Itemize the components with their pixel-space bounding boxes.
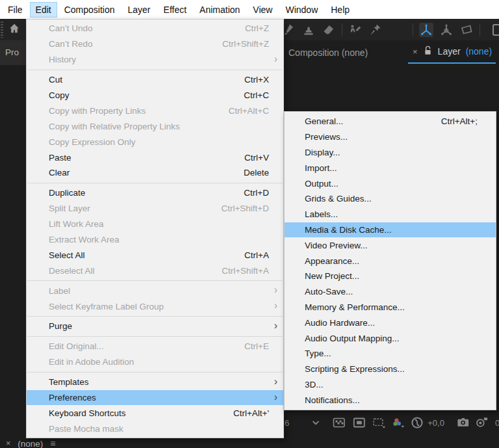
- menu-item-label: Display...: [305, 148, 340, 157]
- menu-item-memory-performance[interactable]: Memory & Performance...: [285, 300, 496, 315]
- chevron-down-icon[interactable]: [309, 415, 323, 430]
- viewer-bottom-bar: 6+0,00:00: [285, 413, 499, 432]
- menu-item-grids-guides[interactable]: Grids & Guides...: [285, 191, 496, 207]
- menu-item-3d[interactable]: 3D...: [285, 377, 496, 393]
- 3d-gizmo-rotate-icon[interactable]: [439, 23, 454, 37]
- choose-grid-guides-icon[interactable]: [372, 415, 387, 430]
- puppet-pin-icon[interactable]: [368, 23, 383, 37]
- menu-item-shortcut: Ctrl+V: [244, 153, 269, 163]
- menu-item-output[interactable]: Output...: [285, 176, 496, 191]
- menu-item-general[interactable]: General...Ctrl+Alt+;: [285, 114, 496, 129]
- menubar-item-layer[interactable]: Layer: [122, 2, 157, 18]
- menu-item-label: Select Keyframe Label Group: [49, 302, 164, 311]
- menu-item-split-layer: Split LayerCtrl+Shift+D: [27, 201, 283, 217]
- menu-item-label: Copy with Relative Property Links: [49, 122, 180, 131]
- menu-item-templates[interactable]: Templates›: [27, 375, 283, 390]
- menu-item-video-preview[interactable]: Video Preview...: [285, 237, 496, 253]
- tab-layer[interactable]: × Layer (none): [408, 40, 496, 64]
- menu-item-copy[interactable]: CopyCtrl+C: [27, 88, 283, 103]
- zoom-level-partial[interactable]: 6: [285, 418, 289, 428]
- tab-timeline[interactable]: × (none) ≡: [0, 437, 56, 448]
- menu-item-appearance[interactable]: Appearance...: [285, 253, 496, 269]
- menu-item-audio-hardware[interactable]: Audio Hardware...: [285, 315, 496, 330]
- menubar-item-file[interactable]: File: [2, 2, 29, 18]
- menu-item-label: Select All: [49, 250, 85, 260]
- menu-item-copy-with-relative-property-links: Copy with Relative Property Links: [27, 118, 283, 134]
- menu-item-display[interactable]: Display...: [285, 145, 496, 161]
- 3d-gizmo-scale-icon[interactable]: [459, 23, 474, 37]
- panel-menu-icon[interactable]: ≡: [50, 438, 55, 448]
- menu-item-shortcut: Ctrl+Alt+': [233, 408, 269, 418]
- toolbar-icons: [281, 19, 480, 40]
- menu-item-extract-work-area: Extract Work Area: [27, 232, 283, 248]
- 3d-gizmo-universal-icon[interactable]: [419, 23, 433, 37]
- menubar-item-help[interactable]: Help: [325, 2, 355, 18]
- roto-brush-icon[interactable]: [348, 23, 363, 37]
- menu-item-new-project[interactable]: New Project...: [285, 269, 496, 284]
- menu-item-label: Notifications...: [305, 395, 360, 405]
- home-button[interactable]: [5, 21, 24, 38]
- layer-tab-value: (none): [466, 46, 492, 57]
- show-snapshot-icon[interactable]: [474, 415, 489, 430]
- exposure-value[interactable]: +0,0: [428, 418, 444, 428]
- lock-open-icon[interactable]: [423, 45, 433, 58]
- tab-composition[interactable]: Composition (none): [288, 40, 368, 65]
- close-icon[interactable]: ×: [413, 47, 418, 57]
- submenu-arrow-icon: ›: [274, 391, 277, 403]
- menu-item-labels[interactable]: Labels...: [285, 207, 496, 222]
- menu-separator: [27, 183, 283, 183]
- menu-item-preferences[interactable]: Preferences›: [27, 390, 283, 406]
- menu-item-paste[interactable]: PasteCtrl+V: [27, 150, 283, 165]
- menu-item-copy-with-property-links: Copy with Property LinksCtrl+Alt+C: [27, 103, 283, 118]
- toolbar-grip-handle[interactable]: [1, 21, 3, 38]
- menu-item-notifications[interactable]: Notifications...: [285, 392, 496, 408]
- menu-item-scripting-expressions[interactable]: Scripting & Expressions...: [285, 362, 496, 377]
- timecode[interactable]: 0:00: [495, 418, 499, 428]
- clone-stamp-icon[interactable]: [301, 23, 316, 37]
- toolbar-separator: [480, 23, 480, 36]
- transparency-grid-icon[interactable]: [332, 415, 346, 430]
- adjust-exposure-shutter-icon[interactable]: [410, 415, 424, 430]
- menu-item-auto-save[interactable]: Auto-Save...: [285, 284, 496, 300]
- toolbar-separator: [413, 23, 413, 36]
- menu-item-duplicate[interactable]: DuplicateCtrl+D: [27, 185, 283, 201]
- menu-item-label: Templates: [49, 377, 89, 387]
- menu-item-label: Audio Hardware...: [305, 318, 375, 328]
- menubar-item-composition[interactable]: Composition: [58, 2, 121, 18]
- menu-item-clear[interactable]: ClearDelete: [27, 165, 283, 181]
- menu-item-label: Deselect All: [49, 266, 95, 276]
- menu-item-select-all[interactable]: Select AllCtrl+A: [27, 247, 283, 263]
- menu-item-previews[interactable]: Previews...: [285, 129, 496, 145]
- menu-item-label: Split Layer: [49, 204, 90, 213]
- eraser-icon[interactable]: [322, 23, 336, 37]
- menubar-item-edit[interactable]: Edit: [30, 2, 57, 18]
- menu-item-select-keyframe-label-group: Select Keyframe Label Group›: [27, 298, 283, 314]
- region-of-interest-icon[interactable]: [352, 415, 366, 430]
- tab-project-partial[interactable]: Pro: [0, 40, 26, 65]
- menu-item-media-disk-cache[interactable]: Media & Disk Cache...: [285, 222, 496, 238]
- viewer-layout-icon: [492, 23, 499, 40]
- menu-item-import[interactable]: Import...: [285, 160, 496, 176]
- menu-item-label: Type...: [305, 349, 331, 358]
- menubar-item-window[interactable]: Window: [279, 2, 324, 18]
- show-channel-icon[interactable]: [391, 415, 405, 430]
- menu-item-shortcut: Ctrl+Shift+Z: [222, 39, 269, 49]
- menu-item-label: Can’t Undo: [49, 23, 93, 33]
- menu-item-audio-output-mapping[interactable]: Audio Output Mapping...: [285, 330, 496, 346]
- close-icon[interactable]: ×: [6, 439, 10, 448]
- menubar-item-animation[interactable]: Animation: [194, 2, 246, 18]
- submenu-arrow-icon: ›: [274, 320, 277, 332]
- menu-item-edit-in-adobe-audition: Edit in Adobe Audition: [27, 354, 283, 370]
- menu-item-label: Edit in Adobe Audition: [49, 357, 134, 367]
- menu-item-cut[interactable]: CutCtrl+X: [27, 72, 283, 88]
- menubar-item-effect[interactable]: Effect: [158, 2, 193, 18]
- menu-item-shortcut: Ctrl+Shift+A: [222, 266, 269, 276]
- menu-item-purge[interactable]: Purge›: [27, 319, 283, 334]
- menu-item-label: Import...: [305, 163, 337, 173]
- menu-item-label: History: [49, 55, 76, 64]
- menubar-item-view[interactable]: View: [247, 2, 278, 18]
- menu-item-shortcut: Ctrl+Alt+;: [441, 116, 478, 126]
- menu-item-type[interactable]: Type...: [285, 346, 496, 362]
- snapshot-icon[interactable]: [456, 415, 470, 430]
- menu-item-keyboard-shortcuts[interactable]: Keyboard ShortcutsCtrl+Alt+': [27, 405, 283, 421]
